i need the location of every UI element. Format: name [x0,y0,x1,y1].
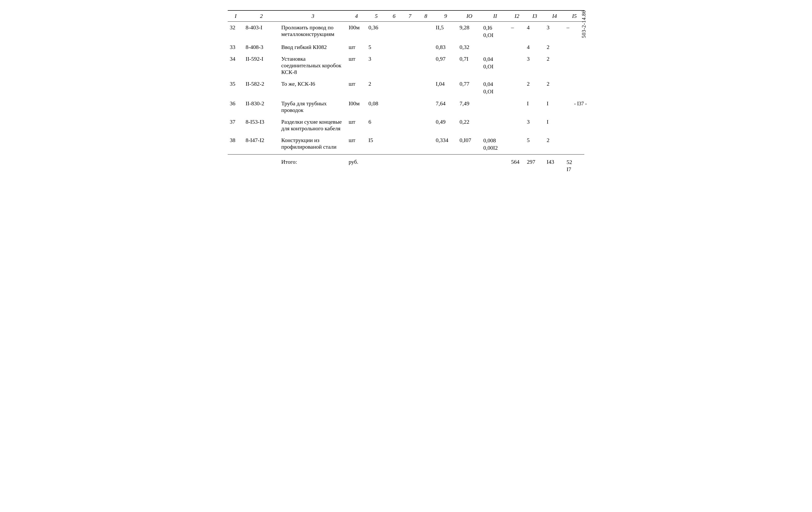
row-unit: шт [347,53,367,78]
row-c8 [418,134,434,154]
row-c12: – [509,22,525,42]
row-c15 [564,41,584,53]
row-c8 [418,41,434,53]
row-c12 [509,53,525,78]
row-desc: То же, КСК-I6 [279,78,346,98]
header-col11: II [482,10,509,22]
row-c14: 2 [545,78,564,98]
row-qty: I5 [366,134,386,154]
row-unit: I00м [347,22,367,42]
row-c12 [509,116,525,134]
row-c12 [509,98,525,116]
row-unit: шт [347,41,367,53]
row-c8 [418,53,434,78]
header-col1: I [228,10,243,22]
row-c11 [482,98,509,116]
row-c9: 0,83 [434,41,458,53]
total-row: Итого: руб. 564 297 I43 52I7 [228,154,584,175]
row-c9: 0,334 [434,134,458,154]
table-row: 37 8-I53-I3 Разделки сухие концевые для … [228,116,584,134]
row-code: II-592-I [243,53,279,78]
row-c6 [386,98,402,116]
row-c15 [564,78,584,98]
row-c13: 2 [525,78,545,98]
row-c7 [402,116,418,134]
row-c15 [564,134,584,154]
row-c6 [386,134,402,154]
row-c14: 3 [545,22,564,42]
header-col9: 9 [434,10,458,22]
row-c7 [402,98,418,116]
row-c8 [418,22,434,42]
row-c6 [386,22,402,42]
row-c14: I [545,98,564,116]
row-c12 [509,134,525,154]
table-row: 33 8-408-3 Ввод гибкий КI082 шт 5 0,83 0… [228,41,584,53]
row-c10: 9,28 [458,22,481,42]
total-c8 [418,154,434,175]
row-c7 [402,41,418,53]
row-unit: шт [347,78,367,98]
row-c14: 2 [545,134,564,154]
header-col5: 5 [366,10,386,22]
row-unit: шт [347,134,367,154]
side-label-bottom: - I37 - [574,101,587,107]
row-c8 [418,116,434,134]
row-c6 [386,53,402,78]
header-col3: 3 [279,10,346,22]
table-row: 32 8-403-I Проложить провод по металлоко… [228,22,584,42]
row-c9: 7,64 [434,98,458,116]
row-c14: I [545,116,564,134]
total-unit: руб. [347,154,367,175]
table-row: 38 8-I47-I2 Конструкции из профилировано… [228,134,584,154]
row-code: 8-I47-I2 [243,134,279,154]
row-c9: I,04 [434,78,458,98]
table-row: 34 II-592-I Установка соединительных кор… [228,53,584,78]
row-c10: 0,7I [458,53,481,78]
total-c6 [386,154,402,175]
row-num: 35 [228,78,243,98]
side-label-top: 503-2-14.86 [581,10,587,38]
row-num: 36 [228,98,243,116]
row-c13: I [525,98,545,116]
row-c11: 0,040,OI [482,78,509,98]
header-col4: 4 [347,10,367,22]
total-label: Итого: [279,154,346,175]
row-num: 33 [228,41,243,53]
header-col14: I4 [545,10,564,22]
row-c8 [418,78,434,98]
header-col10: IO [458,10,481,22]
row-c12 [509,78,525,98]
header-col2: 2 [243,10,279,22]
total-c10 [458,154,481,175]
total-c12: 564 [509,154,525,175]
row-unit: шт [347,116,367,134]
total-q [366,154,386,175]
row-code: II-830-2 [243,98,279,116]
row-num: 32 [228,22,243,42]
total-code [243,154,279,175]
row-c10: 7,49 [458,98,481,116]
row-desc: Разделки сухие концевые для контрольного… [279,116,346,134]
row-c10: 0,77 [458,78,481,98]
row-desc: Проложить провод по металлоконструкциям [279,22,346,42]
header-col13: I3 [525,10,545,22]
row-qty: 3 [366,53,386,78]
row-c11 [482,41,509,53]
row-c11: 0,0080,00I2 [482,134,509,154]
header-col6: 6 [386,10,402,22]
table-row: 35 II-582-2 То же, КСК-I6 шт 2 I,04 0,77… [228,78,584,98]
row-c6 [386,41,402,53]
row-qty: 0,08 [366,98,386,116]
row-desc: Установка соединительных коробок КСК-8 [279,53,346,78]
row-c15 [564,53,584,78]
row-code: 8-I53-I3 [243,116,279,134]
row-c14: 2 [545,53,564,78]
row-c13: 5 [525,134,545,154]
table-row: 36 II-830-2 Труба для трубных проводок I… [228,98,584,116]
row-code: II-582-2 [243,78,279,98]
row-c7 [402,53,418,78]
row-c9: 0,97 [434,53,458,78]
row-c14: 2 [545,41,564,53]
row-c11: 0,I60,OI [482,22,509,42]
